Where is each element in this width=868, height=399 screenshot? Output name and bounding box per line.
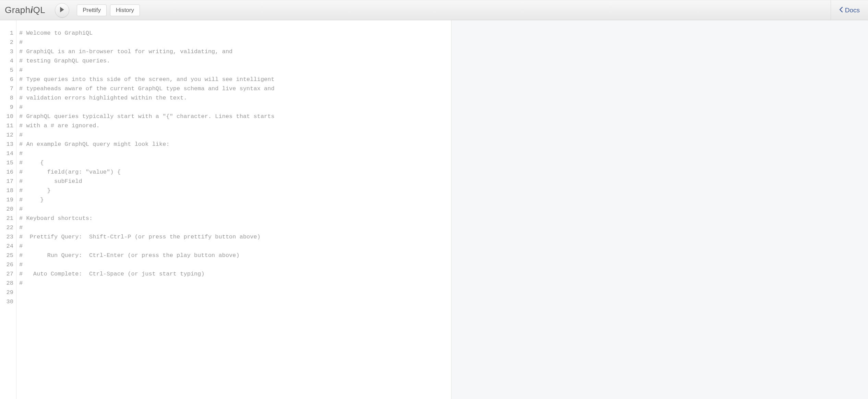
code-line[interactable]: # Type queries into this side of the scr… xyxy=(19,75,451,84)
line-number: 1 xyxy=(0,28,16,38)
code-line[interactable]: # with a # are ignored. xyxy=(19,121,451,130)
code-line[interactable]: # xyxy=(19,38,451,47)
line-number: 6 xyxy=(0,75,16,84)
code-line[interactable]: # GraphiQL is an in-browser tool for wri… xyxy=(19,47,451,56)
line-number: 28 xyxy=(0,279,16,288)
code-line[interactable]: # xyxy=(19,204,451,214)
line-number: 7 xyxy=(0,84,16,93)
code-line[interactable]: # xyxy=(19,66,451,75)
line-number: 29 xyxy=(0,288,16,297)
code-line[interactable]: # testing GraphQL queries. xyxy=(19,56,451,66)
line-number: 25 xyxy=(0,251,16,260)
line-number: 22 xyxy=(0,223,16,232)
line-number: 18 xyxy=(0,186,16,195)
line-number-gutter: 1234567891011121314151617181920212223242… xyxy=(0,20,16,399)
line-number: 3 xyxy=(0,47,16,56)
line-number: 8 xyxy=(0,93,16,103)
chevron-left-icon xyxy=(839,7,843,14)
line-number: 23 xyxy=(0,232,16,242)
line-number: 26 xyxy=(0,260,16,269)
code-line[interactable]: # Auto Complete: Ctrl-Space (or just sta… xyxy=(19,269,451,279)
line-number: 13 xyxy=(0,140,16,149)
code-line[interactable]: # Keyboard shortcuts: xyxy=(19,214,451,223)
toolbar: GraphiQL Prettify History Docs xyxy=(0,0,868,20)
code-area[interactable]: # Welcome to GraphiQL## GraphiQL is an i… xyxy=(16,20,451,399)
code-line[interactable]: # xyxy=(19,260,451,269)
code-line[interactable]: # } xyxy=(19,186,451,195)
code-line[interactable]: # xyxy=(19,103,451,112)
code-line[interactable]: # GraphQL queries typically start with a… xyxy=(19,112,451,121)
docs-label: Docs xyxy=(845,7,860,14)
code-line[interactable] xyxy=(19,288,451,297)
code-line[interactable]: # Prettify Query: Shift-Ctrl-P (or press… xyxy=(19,232,451,242)
docs-toggle[interactable]: Docs xyxy=(831,0,868,20)
line-number: 12 xyxy=(0,130,16,140)
query-editor[interactable]: 1234567891011121314151617181920212223242… xyxy=(0,20,451,399)
code-line[interactable] xyxy=(19,297,451,306)
code-line[interactable]: # { xyxy=(19,158,451,167)
code-line[interactable]: # typeaheads aware of the current GraphQ… xyxy=(19,84,451,93)
line-number: 19 xyxy=(0,195,16,204)
code-line[interactable]: # validation errors highlighted within t… xyxy=(19,93,451,103)
line-number: 30 xyxy=(0,297,16,306)
code-line[interactable]: # xyxy=(19,242,451,251)
prettify-button[interactable]: Prettify xyxy=(77,4,107,16)
line-number: 16 xyxy=(0,167,16,177)
code-line[interactable]: # xyxy=(19,130,451,140)
line-number: 5 xyxy=(0,66,16,75)
code-line[interactable]: # Welcome to GraphiQL xyxy=(19,28,451,38)
line-number: 17 xyxy=(0,177,16,186)
code-line[interactable]: # xyxy=(19,223,451,232)
code-line[interactable]: # field(arg: "value") { xyxy=(19,167,451,177)
line-number: 21 xyxy=(0,214,16,223)
code-line[interactable]: # An example GraphQL query might look li… xyxy=(19,140,451,149)
line-number: 14 xyxy=(0,149,16,158)
code-line[interactable]: # xyxy=(19,279,451,288)
results-pane xyxy=(451,20,868,399)
line-number: 15 xyxy=(0,158,16,167)
code-line[interactable]: # xyxy=(19,149,451,158)
main-area: 1234567891011121314151617181920212223242… xyxy=(0,20,868,399)
code-line[interactable]: # } xyxy=(19,195,451,204)
execute-button[interactable] xyxy=(55,3,69,17)
line-number: 24 xyxy=(0,242,16,251)
line-number: 11 xyxy=(0,121,16,130)
line-number: 9 xyxy=(0,103,16,112)
line-number: 10 xyxy=(0,112,16,121)
history-button[interactable]: History xyxy=(110,4,140,16)
line-number: 4 xyxy=(0,56,16,66)
graphiql-logo: GraphiQL xyxy=(5,5,45,15)
line-number: 20 xyxy=(0,204,16,214)
code-line[interactable]: # subField xyxy=(19,177,451,186)
code-line[interactable]: # Run Query: Ctrl-Enter (or press the pl… xyxy=(19,251,451,260)
line-number: 27 xyxy=(0,269,16,279)
play-icon xyxy=(60,7,64,14)
line-number: 2 xyxy=(0,38,16,47)
